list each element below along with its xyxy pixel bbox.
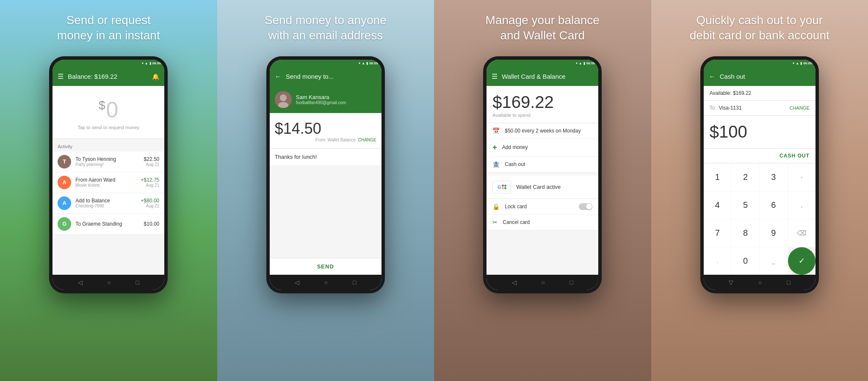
activity-item-2[interactable]: A From Aaron Ward Movie tickets +$12.75 … [53,172,164,193]
app-bar-1: Balance: $169.22 [53,67,164,86]
key-5[interactable]: 5 [732,191,759,219]
lock-toggle-3[interactable] [579,203,592,210]
status-icons-4: ▾ ▲ ▮ 06:00 [793,61,812,65]
lock-card-item-3[interactable]: 🔒 Lock card [487,199,598,215]
activity-item-1[interactable]: T To Tyson Henning Party planning! $22.5… [53,152,164,172]
key-confirm[interactable]: ✓ [788,247,815,275]
phone-bottom-3: ◁ ○ □ [487,275,598,290]
activity-amount-col-1-4: $10.00 [144,221,160,227]
status-bar-3: ▾ ▲ ▮ 06:00 [487,60,598,67]
home-nav-3[interactable]: ○ [541,279,545,286]
recipient-email-2: footballfan490@gmail.com [296,100,346,105]
status-time-4: 06:00 [803,61,812,65]
battery-icon-4: ▮ [800,61,802,65]
back-icon-2[interactable] [275,73,282,80]
panel-headline-3: Manage your balance and Wallet Card [469,0,616,52]
app-bar-3: Wallet Card & Balance [487,67,598,86]
activity-details-1-4: To Graeme Standing [75,221,139,227]
activity-amount-col-1-1: $22.50 Aug 21 [144,156,160,167]
screen-content-2: Sam Kansara footballfan490@gmail.com $14… [270,86,381,275]
phone-bottom-4: ▽ ○ □ [704,275,815,290]
balance-3: $169.22 [492,93,592,112]
home-nav-4[interactable]: ○ [758,279,762,286]
activity-item-4[interactable]: G To Graeme Standing $10.00 [53,214,164,235]
action-add-3[interactable]: + Add money [487,139,598,157]
back-nav-4[interactable]: ▽ [729,279,733,286]
activity-item-3[interactable]: A Add to Balance Checking-7890 +$80.00 A… [53,193,164,214]
home-nav-2[interactable]: ○ [324,279,328,286]
back-nav-1[interactable]: ◁ [78,279,83,286]
key-delete[interactable]: ⌫ [788,219,815,247]
phone-bottom-1: ◁ ○ □ [53,275,164,290]
note-area-2: Thanks for lunch! [270,149,381,165]
key-8[interactable]: 8 [732,219,759,247]
avatar-1-2: A [58,176,71,189]
scissors-icon-3: ✂ [492,219,498,226]
available-row-4: Available: $169.22 [704,86,815,101]
gpay-letter-3: G [498,185,501,190]
change-link-4[interactable]: CHANGE [790,105,810,110]
key-underscore[interactable]: _ [760,247,787,275]
wallet-card-section-3: G [487,176,598,199]
change-link-2[interactable]: CHANGE [358,138,376,142]
recent-nav-1[interactable]: □ [135,279,139,286]
gpay-icon-3: G [498,185,506,190]
panel-headline-4: Quickly cash out to your debit card or b… [673,0,846,52]
wifi-icon-1: ▾ [142,61,144,65]
send-button-2[interactable]: SEND [317,263,334,270]
cashout-amount-4: $100 [710,122,810,141]
key-1[interactable]: 1 [704,163,731,191]
numpad-4: 1 2 3 - 4 5 6 , 7 8 9 ⌫ . 0 _ ✓ [704,163,815,275]
key-dot[interactable]: . [704,247,731,275]
cashout-button-4[interactable]: CASH OUT [780,153,810,159]
key-0[interactable]: 0 [732,247,759,275]
key-dash[interactable]: - [788,163,815,191]
menu-icon-1[interactable] [58,72,64,80]
status-bar-2: ▾ ▲ ▮ 06:00 [270,60,381,67]
action-cashout-3[interactable]: 🏦 Cash out [487,157,598,172]
action-schedule-text-3: $50.00 every 2 weeks on Monday [505,128,581,134]
dot-blue-3 [504,185,506,187]
key-4[interactable]: 4 [704,191,731,219]
status-icons-3: ▾ ▲ ▮ 06:00 [576,61,595,65]
app-bar-title-1: Balance: $169.22 [68,73,148,80]
home-nav-1[interactable]: ○ [107,279,111,286]
battery-icon-1: ▮ [149,61,151,65]
key-2[interactable]: 2 [732,163,759,191]
activity-name-1-2: From Aaron Ward [75,177,136,183]
app-bar-title-3: Wallet Card & Balance [502,73,593,80]
key-3[interactable]: 3 [760,163,787,191]
amount-area-1[interactable]: $0 Tap to send or request money [53,86,164,139]
phone-1: ▾ ▲ ▮ 06:00 Balance: $169.22 $0 Tap to s [49,56,168,293]
lock-icon-3: 🔒 [492,203,500,210]
status-bar-1: ▾ ▲ ▮ 06:00 [53,60,164,67]
signal-icon-3: ▲ [579,61,582,65]
recipient-area-2: Sam Kansara footballfan490@gmail.com [270,86,381,113]
recent-nav-4[interactable]: □ [787,279,790,286]
back-nav-2[interactable]: ◁ [295,279,299,286]
activity-details-1-3: Add to Balance Checking-7890 [75,198,136,208]
recent-nav-2[interactable]: □ [353,279,356,286]
phone-screen-2: ▾ ▲ ▮ 06:00 Send money to... [270,60,381,290]
recipient-name-2: Sam Kansara [296,94,346,100]
key-comma[interactable]: , [788,191,815,219]
activity-details-1-2: From Aaron Ward Movie tickets [75,177,136,188]
amount-display-4: $100 [704,116,815,149]
available-label-4: Available: $169.22 [710,90,752,96]
app-bar-title-4: Cash out [720,73,810,80]
action-add-text-3: Add money [502,144,528,150]
action-schedule-3[interactable]: 📅 $50.00 every 2 weeks on Monday [487,123,598,139]
app-bar-2: Send money to... [270,67,381,86]
activity-date-1-3: Aug 21 [141,204,160,208]
menu-icon-3[interactable] [492,72,498,80]
recent-nav-3[interactable]: □ [569,279,573,286]
back-icon-4[interactable] [709,73,716,80]
key-7[interactable]: 7 [704,219,731,247]
cashout-btn-row-4: CASH OUT [704,149,815,163]
cancel-card-item-3[interactable]: ✂ Cancel card [487,215,598,230]
key-9[interactable]: 9 [760,219,787,247]
notification-icon-1[interactable] [152,73,159,80]
key-6[interactable]: 6 [760,191,787,219]
status-icons-1: ▾ ▲ ▮ 06:00 [142,61,161,65]
back-nav-3[interactable]: ◁ [512,279,517,286]
